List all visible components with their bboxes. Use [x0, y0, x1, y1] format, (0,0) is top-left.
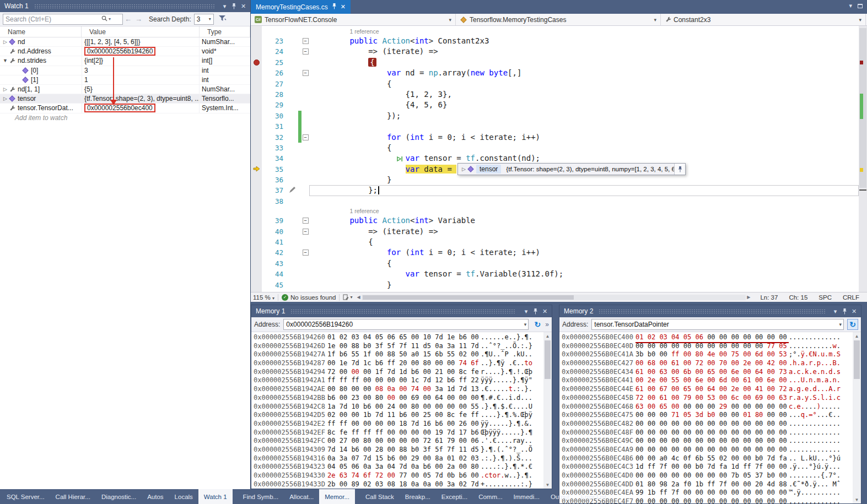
memory-row[interactable]: 0x000002556B0EC44100 2e 00 55 00 6e 00 6…: [562, 376, 853, 385]
memory-row[interactable]: 0x000002556B1943302e 63 74 6f 72 00 77 0…: [254, 472, 543, 480]
issues-indicator[interactable]: ✓ No issues found: [282, 294, 336, 301]
tab-close-icon[interactable]: ✕: [341, 3, 346, 10]
bottom-tab-locals[interactable]: Locals: [169, 489, 198, 504]
memory-row[interactable]: 0x000002556B1942D502 00 00 1b 7d 11 b6 0…: [254, 411, 543, 420]
bottom-tab-output[interactable]: Output: [545, 489, 575, 504]
memory-row[interactable]: 0x000002556B1942A1ff ff ff 00 00 00 00 1…: [254, 376, 543, 385]
bottom-tab-sql-server[interactable]: SQL Server...: [1, 489, 50, 504]
chevron-down-icon[interactable]: ▾: [859, 17, 861, 23]
watch-value-cell[interactable]: {[[1, 2, 3], [4, 5, 6]]}: [82, 37, 200, 46]
code-line[interactable]: 23−public Action<int> Constant2x3: [251, 36, 859, 46]
bottom-tab-excepti[interactable]: Excepti...: [436, 489, 473, 504]
memory2-address-input[interactable]: [592, 321, 843, 328]
glyph-margin[interactable]: [251, 175, 262, 185]
expander-icon[interactable]: ▷: [2, 86, 9, 92]
glyph-margin[interactable]: [251, 100, 262, 110]
codelens-label[interactable]: 1 reference: [251, 27, 859, 36]
scrollbar-thumb[interactable]: [545, 340, 551, 379]
watch-row[interactable]: [1]1int: [0, 75, 250, 85]
memory-row[interactable]: 0x000002556B0EC4B600 00 a0 4c 0f 6b 55 0…: [562, 454, 853, 463]
tabstrip-chevron-icon[interactable]: ▾: [849, 2, 852, 9]
glyph-margin[interactable]: [251, 143, 262, 153]
glyph-margin[interactable]: [251, 164, 262, 175]
pin-icon[interactable]: [531, 307, 540, 316]
datatip[interactable]: ▷ tensor {tf.Tensor: shape=(2, 3), dtype…: [457, 163, 686, 175]
memory-row[interactable]: 0x000002556B1942EF8c fe ff ff ff 00 00 0…: [254, 429, 543, 437]
memory1-address-input[interactable]: [284, 321, 528, 328]
memory-row[interactable]: 0x000002556B0EC45B72 00 61 00 79 00 53 0…: [562, 394, 853, 403]
scrollbar-thumb[interactable]: [854, 340, 860, 379]
memory-row[interactable]: 0x000002556B0EC4C31d ff 7f 00 00 b0 7d f…: [562, 463, 853, 472]
memory-row[interactable]: 0x000002556B0EC40D00 00 00 00 00 00 00 0…: [562, 342, 853, 351]
memory-row[interactable]: 0x000002556B0EC47500 00 00 71 05 3d b0 0…: [562, 411, 853, 420]
memory-row[interactable]: 0x000002556B0EC46863 00 65 00 00 00 00 2…: [562, 403, 853, 411]
search-options-chevron-icon[interactable]: ▾: [109, 17, 111, 21]
bottom-tab-comm[interactable]: Comm...: [473, 489, 508, 504]
code-line[interactable]: 31: [251, 121, 859, 132]
fold-toggle[interactable]: −: [303, 250, 309, 256]
expander-icon[interactable]: ▼: [2, 58, 9, 63]
code-line[interactable]: 39−public Action<int> Variable: [251, 215, 859, 226]
code-line[interactable]: 32−for (int i = 0; i < iterate; i++): [251, 132, 859, 143]
bottom-tab-immedi[interactable]: Immedi...: [508, 489, 545, 504]
memory-row[interactable]: 0x000002556B0EC40001 02 03 04 05 06 00 0…: [562, 333, 853, 342]
scroll-right-icon[interactable]: ▶: [747, 295, 750, 300]
glyph-margin[interactable]: [251, 247, 262, 258]
zoom-select[interactable]: 115 % ▾: [253, 294, 274, 301]
chevron-down-icon[interactable]: ▾: [839, 322, 842, 327]
memory-row[interactable]: 0x000002556B19433D2b 00 89 02 03 08 18 0…: [254, 480, 543, 489]
memory-row[interactable]: 0x000002556B19427A1f b6 55 1f 00 88 50 a…: [254, 350, 543, 359]
fold-toggle[interactable]: −: [303, 229, 309, 235]
code-area[interactable]: 1 reference23−public Action<int> Constan…: [251, 26, 859, 292]
bottom-tab-allocat[interactable]: Allocat...: [284, 489, 319, 504]
memory-row[interactable]: 0x000002556B19429472 00 00 00 1f 7d 1d b…: [254, 368, 543, 377]
glyph-margin[interactable]: [251, 36, 262, 46]
memory1-titlebar[interactable]: Memory 1 ▾ ✕: [251, 305, 552, 317]
memory-row[interactable]: 0x000002556B1942C81a 7d 10 b6 00 24 00 8…: [254, 403, 543, 411]
datatip-pin-icon[interactable]: [674, 164, 685, 175]
filter-icon[interactable]: [219, 14, 227, 24]
tab-pin-icon[interactable]: [332, 3, 337, 11]
refresh-icon[interactable]: ↻: [847, 319, 858, 330]
chevron-down-icon[interactable]: ▾: [449, 17, 451, 23]
memory-row[interactable]: 0x000002556B0EC42700 68 00 61 00 72 00 7…: [562, 359, 853, 368]
memory-row[interactable]: 0x000002556B0EC41A3b b0 00 ff 00 80 4e 0…: [562, 350, 853, 359]
add-item-row[interactable]: Add item to watch: [0, 113, 250, 123]
memory-row[interactable]: 0x000002556B0EC43461 00 63 00 6b 00 65 0…: [562, 368, 853, 377]
glyph-margin[interactable]: [251, 68, 262, 78]
watch-row[interactable]: tensor.TensorDat...0x000002556b0ec400Sys…: [0, 104, 250, 113]
scroll-down-icon[interactable]: ▼: [853, 496, 861, 503]
glyph-margin[interactable]: [251, 258, 262, 269]
glyph-margin[interactable]: [251, 153, 262, 164]
glyph-margin[interactable]: [251, 185, 262, 196]
bottom-tab-error-list[interactable]: Error List: [575, 489, 612, 504]
bottom-tab-memor[interactable]: Memor...: [319, 489, 355, 504]
watch-row[interactable]: ▷nd[1, 1]{5}NumShar...: [0, 85, 250, 94]
chevron-down-icon[interactable]: ▾: [654, 17, 656, 23]
memory-row[interactable]: 0x000002556B19426001 02 03 04 05 06 65 0…: [254, 333, 543, 342]
glyph-margin[interactable]: [251, 57, 262, 68]
memory-row[interactable]: 0x000002556B0EC49C00 00 00 00 00 00 00 0…: [562, 437, 853, 446]
memory-row[interactable]: 0x000002556B0EC44E61 00 67 00 65 00 64 0…: [562, 385, 853, 394]
fold-toggle[interactable]: −: [303, 218, 309, 224]
memory-row[interactable]: 0x000002556B1942E2ff ff 00 00 00 00 18 7…: [254, 420, 543, 429]
editor-scrollbar[interactable]: [859, 26, 867, 292]
bottom-tab-find-symb[interactable]: Find Symb...: [238, 489, 284, 504]
code-line[interactable]: 24−=> (iterate) =>: [251, 46, 859, 57]
expander-icon[interactable]: ▷: [2, 39, 9, 45]
glyph-margin[interactable]: [251, 269, 262, 279]
memory-row[interactable]: 0x000002556B19432304 05 06 0a 3a 04 7d 0…: [254, 463, 543, 472]
horizontal-scrollbar[interactable]: ◀ ▶: [357, 295, 750, 300]
glyph-margin[interactable]: [251, 226, 262, 237]
watch-value-cell[interactable]: {5}: [82, 85, 200, 94]
memory2-titlebar[interactable]: Memory 2 ▾ ✕: [559, 305, 861, 317]
code-line[interactable]: 37};: [251, 185, 859, 196]
glyph-margin[interactable]: [251, 46, 262, 57]
glyph-margin[interactable]: [251, 89, 262, 100]
hscroll-thumb[interactable]: [363, 295, 574, 300]
watch-row[interactable]: ▷nd{[[1, 2, 3], [4, 5, 6]]}NumShar...: [0, 37, 250, 47]
bottom-tab-watch-1[interactable]: Watch 1: [198, 489, 233, 504]
scroll-up-icon[interactable]: ▲: [853, 332, 861, 340]
memory-row[interactable]: 0x000002556B0EC4D000 00 00 00 00 00 00 0…: [562, 472, 853, 480]
memory-row[interactable]: 0x000002556B0EC4DD01 80 98 2a f0 1b ff 7…: [562, 480, 853, 489]
